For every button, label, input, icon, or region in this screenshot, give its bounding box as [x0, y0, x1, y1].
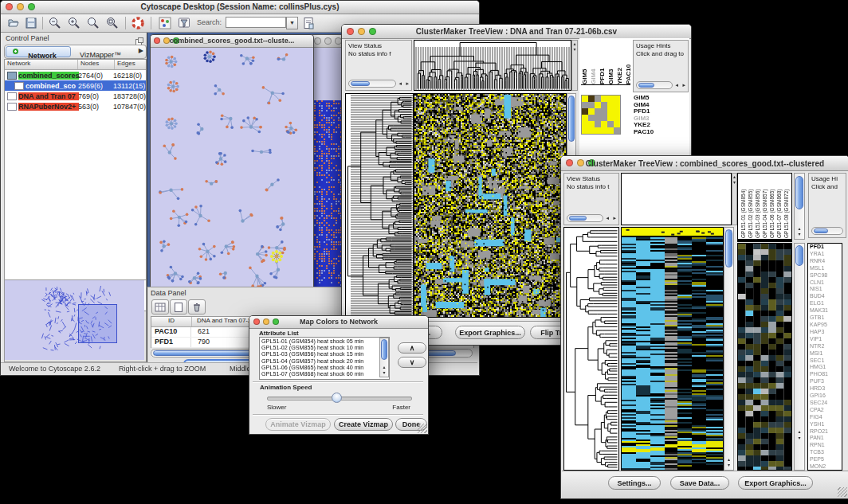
hscroll-thumb[interactable] — [638, 83, 654, 88]
scroll-down-icon[interactable]: ▾ — [732, 180, 736, 186]
scroll-right-icon[interactable]: ▸ — [613, 215, 616, 221]
network-row[interactable]: combined_sco2569(6)13112(15) — [5, 80, 146, 91]
scroll-left-icon[interactable]: ◂ — [606, 215, 609, 221]
slider-thumb[interactable] — [332, 393, 342, 403]
data-col-id[interactable]: ID — [151, 317, 192, 326]
main-titlebar[interactable]: Cytoscape Desktop (Session Name: collins… — [1, 1, 479, 14]
tv2-status-hscrollbar[interactable] — [567, 214, 603, 222]
navigator-canvas[interactable] — [5, 280, 144, 360]
tv1-heatmap[interactable] — [414, 94, 566, 317]
save-session-icon[interactable] — [25, 17, 37, 33]
scroll-down-icon[interactable]: ▾ — [724, 463, 733, 468]
open-session-icon[interactable] — [7, 17, 20, 33]
search-input[interactable] — [226, 17, 286, 28]
tv2-hints-hscrollbar[interactable] — [811, 227, 843, 235]
scroll-up-icon[interactable]: ▴ — [380, 365, 388, 370]
tv2-heat-vscrollbar[interactable]: ▴ ▾ — [724, 227, 734, 471]
zoom-selected-icon[interactable] — [87, 17, 100, 33]
attribute-list-vscrollbar[interactable]: ▴ ▾ — [379, 338, 389, 377]
tv1-usage-hints-title: Usage Hints — [634, 41, 688, 50]
gene-label: VIP1 — [810, 336, 842, 343]
gene-label: GTB1 — [810, 315, 842, 322]
vscroll-thumb[interactable] — [795, 176, 803, 209]
search-dropdown-icon[interactable]: ▼ — [286, 17, 298, 29]
scroll-up-icon[interactable]: ▴ — [572, 41, 577, 47]
tv1-col-scroll-strip[interactable]: ▴ ▾ — [571, 40, 578, 91]
tv2-col-scroll-strip[interactable]: ▴ ▾ — [732, 173, 737, 225]
scroll-left-icon[interactable]: ◂ — [398, 80, 402, 87]
tv1-similarity-matrix[interactable] — [581, 95, 621, 135]
network-view-canvas[interactable] — [151, 48, 312, 291]
tv2-heatmap[interactable] — [622, 228, 723, 470]
network-row[interactable]: RNAPuberNov2+563(0)107847(0) — [5, 101, 146, 111]
network-navigator[interactable] — [4, 279, 147, 362]
col-header-network[interactable]: Network — [5, 60, 78, 69]
vizmapper-icon[interactable] — [159, 17, 171, 33]
hscroll-thumb[interactable] — [351, 81, 370, 86]
tv1-column-dendrogram[interactable] — [414, 41, 571, 90]
zoom-out-icon[interactable] — [49, 17, 61, 33]
col-header-edges[interactable]: Edges — [115, 60, 146, 69]
move-down-button[interactable]: ∨ — [398, 357, 426, 368]
animation-speed-label: Animation Speed — [260, 384, 312, 391]
filter-icon[interactable] — [178, 17, 190, 33]
tv1-col-label: PAC10 — [625, 41, 630, 84]
network-row[interactable]: combined_scores2764(0)16218(0) — [5, 70, 146, 80]
scroll-up-icon[interactable]: ▴ — [795, 429, 804, 435]
settings-button[interactable]: Settings... — [608, 476, 661, 490]
col-header-nodes[interactable]: Nodes — [78, 60, 115, 69]
move-up-button[interactable]: ∧ — [398, 342, 426, 354]
attribute-list[interactable]: GPL51-01 (GSM854) heat shock 05 minGPL51… — [259, 337, 390, 380]
help-ring-icon[interactable] — [132, 17, 144, 33]
scroll-down-icon[interactable]: ▾ — [572, 47, 577, 53]
background-network-canvas[interactable] — [312, 48, 345, 290]
tv1-row-dendrogram[interactable] — [346, 94, 413, 317]
export-graphics-button[interactable]: Export Graphics... — [738, 476, 813, 490]
hscroll-thumb[interactable] — [814, 229, 828, 233]
tv2-column-dendrogram-panel[interactable] — [621, 173, 732, 225]
zoom-fit-icon[interactable] — [106, 17, 119, 33]
tv1-hints-hscrollbar[interactable] — [636, 81, 673, 89]
vscroll-thumb[interactable] — [381, 339, 387, 360]
tab-vizmapper[interactable]: VizMapper™ — [72, 46, 129, 56]
new-attribute-icon[interactable] — [170, 299, 187, 315]
tv1-status-hscrollbar[interactable] — [348, 80, 396, 88]
scroll-right-icon[interactable]: ▸ — [406, 80, 409, 87]
attribute-item[interactable]: GPL51-07 (GSM868) heat shock 60 min — [261, 371, 387, 377]
scroll-left-icon[interactable]: ◂ — [675, 82, 678, 88]
tv2-detail-heatmap[interactable] — [738, 244, 791, 470]
gene-label: HAP3 — [810, 329, 842, 336]
network-table-header[interactable]: Network Nodes Edges — [5, 60, 146, 70]
animate-vizmap-button[interactable]: Animate Vizmap — [265, 418, 331, 431]
vscroll-thumb[interactable] — [568, 96, 575, 142]
scroll-down-icon[interactable]: ▾ — [380, 370, 388, 376]
tv2-usage-hints-title: Usage Hi — [809, 174, 846, 183]
vscroll-thumb[interactable] — [795, 245, 803, 266]
matrix-cell — [614, 127, 620, 134]
gene-label: PAN1 — [810, 435, 842, 442]
trash-icon[interactable] — [188, 299, 206, 315]
export-graphics-button[interactable]: Export Graphics... — [455, 326, 525, 339]
resize-grip-icon[interactable] — [418, 424, 427, 433]
matrix-cell — [607, 127, 614, 134]
scroll-right-icon[interactable]: ▸ — [682, 82, 685, 88]
tab-network[interactable]: Network — [6, 46, 71, 57]
tv2-col-vscrollbar[interactable]: ▴ ▾ — [794, 173, 805, 240]
table-icon[interactable] — [151, 299, 169, 315]
scroll-up-icon[interactable]: ▴ — [732, 174, 736, 180]
scroll-up-icon[interactable]: ▴ — [724, 457, 733, 463]
resize-grip-icon[interactable] — [838, 487, 847, 497]
save-data-button[interactable]: Save Data... — [670, 476, 729, 490]
tabs-overflow-arrow[interactable]: ▶ — [139, 47, 143, 54]
scroll-down-icon[interactable]: ▾ — [795, 232, 804, 237]
tv2-row-dendrogram[interactable] — [564, 228, 618, 470]
zoom-in-icon[interactable] — [68, 17, 80, 33]
vscroll-thumb[interactable] — [725, 229, 732, 268]
hscroll-thumb[interactable] — [569, 216, 587, 221]
network-row[interactable]: DNA and Tran 07769(0)183728(0) — [5, 91, 146, 101]
create-vizmap-button[interactable]: Create Vizmap — [334, 418, 393, 431]
scroll-down-icon[interactable]: ▾ — [795, 436, 804, 441]
tv2-detail-vscrollbar[interactable]: ▴ ▾ — [794, 243, 805, 471]
scroll-up-icon[interactable]: ▴ — [795, 226, 804, 232]
report-icon[interactable] — [302, 17, 315, 33]
